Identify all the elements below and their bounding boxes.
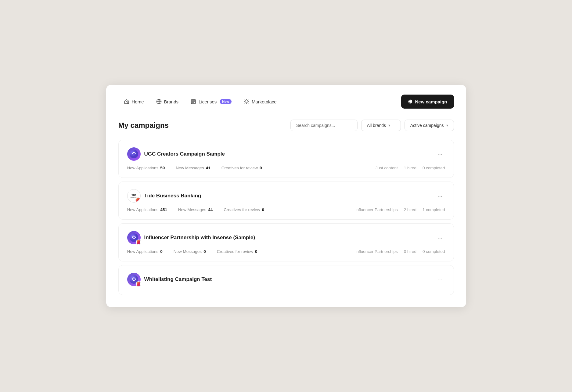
meta-completed-influencer: 0 completed (423, 249, 445, 254)
nav-licenses-label: Licenses (199, 99, 217, 104)
meta-hired-tide: 2 hired (404, 207, 416, 212)
campaign-header-ugc: UGC Creators Campaign Sample ··· (127, 147, 445, 161)
licenses-icon (191, 99, 196, 104)
brands-chevron-icon: ▾ (388, 123, 390, 128)
campaign-header-influencer: Influencer Partnership with Insense (Sam… (127, 231, 445, 244)
new-campaign-label: New campaign (415, 99, 447, 104)
page-title: My campaigns (118, 121, 169, 130)
stat-messages-ugc: New Messages 41 (176, 166, 210, 170)
stat-creatives-label-tide: Creatives for review (224, 207, 260, 212)
search-input[interactable] (290, 120, 358, 131)
home-icon (124, 99, 129, 104)
campaign-title-area-influencer: Influencer Partnership with Insense (Sam… (127, 231, 255, 244)
stat-creatives-tide: Creatives for review 0 (224, 207, 264, 212)
campaign-more-btn-whitelisting[interactable]: ··· (435, 275, 445, 284)
stat-apps-label-tide: New Applications (127, 207, 159, 212)
stat-messages-tide: New Messages 44 (178, 207, 213, 212)
stat-msg-value-tide: 44 (208, 207, 213, 212)
influencer-ig-badge (136, 239, 141, 245)
plus-icon: ⊕ (408, 98, 412, 105)
campaign-card-whitelisting: Whitelisting Campaign Test ··· (118, 265, 454, 295)
licenses-new-badge: New (220, 99, 232, 104)
meta-type-tide: Influencer Partnerships (355, 207, 398, 212)
stat-creatives-label-ugc: Creatives for review (221, 166, 258, 170)
campaign-header-whitelisting: Whitelisting Campaign Test ··· (127, 273, 445, 286)
svg-point-7 (246, 101, 247, 102)
campaign-name-influencer: Influencer Partnership with Insense (Sam… (144, 235, 255, 241)
stat-apps-value-ugc: 59 (160, 166, 165, 170)
campaign-card-ugc: UGC Creators Campaign Sample ··· New App… (118, 140, 454, 178)
stat-creatives-value-influencer: 0 (255, 249, 257, 254)
nav-marketplace[interactable]: Marketplace (238, 96, 282, 107)
nav-home-label: Home (132, 99, 144, 104)
stat-msg-label-tide: New Messages (178, 207, 206, 212)
campaign-header-tide: tide banking Tide Business Banking ··· (127, 189, 445, 203)
marketplace-icon (244, 99, 249, 104)
stat-apps-value-influencer: 0 (160, 249, 163, 254)
stat-apps-label-influencer: New Applications (127, 249, 159, 254)
nav-bar: Home Brands Licenses New Marketplace (118, 95, 454, 109)
whitelisting-ig-badge (136, 281, 141, 287)
campaign-card-influencer: Influencer Partnership with Insense (Sam… (118, 223, 454, 261)
campaign-card-tide: tide banking Tide Business Banking ··· N… (118, 182, 454, 220)
meta-type-influencer: Influencer Partnerships (355, 249, 398, 254)
nav-brands[interactable]: Brands (151, 96, 184, 107)
nav-home[interactable]: Home (118, 96, 149, 107)
campaign-meta-ugc: Just content 1 hired 0 completed (376, 166, 445, 170)
stat-creatives-value-tide: 0 (262, 207, 264, 212)
stat-new-apps-ugc: New Applications 59 (127, 166, 165, 170)
campaign-logo-influencer-wrap (127, 231, 141, 244)
stat-creatives-ugc: Creatives for review 0 (221, 166, 262, 170)
main-window: Home Brands Licenses New Marketplace (106, 85, 466, 307)
status-filter-label: Active campaigns (410, 123, 444, 128)
campaign-name-ugc: UGC Creators Campaign Sample (144, 151, 225, 157)
stat-messages-influencer: New Messages 0 (174, 249, 206, 254)
stat-apps-label-ugc: New Applications (127, 166, 159, 170)
campaign-name-whitelisting: Whitelisting Campaign Test (144, 276, 212, 282)
stat-new-apps-influencer: New Applications 0 (127, 249, 163, 254)
nav-marketplace-label: Marketplace (252, 99, 277, 104)
campaign-more-btn-tide[interactable]: ··· (435, 191, 445, 201)
meta-completed-tide: 1 completed (423, 207, 445, 212)
new-campaign-button[interactable]: ⊕ New campaign (401, 95, 454, 109)
brands-icon (156, 99, 162, 104)
campaign-title-area-whitelisting: Whitelisting Campaign Test (127, 273, 212, 286)
stat-msg-value-ugc: 41 (206, 166, 210, 170)
svg-point-9 (133, 152, 135, 153)
campaign-stats-tide: New Applications 451 New Messages 44 Cre… (127, 207, 445, 212)
stat-creatives-value-ugc: 0 (260, 166, 262, 170)
stat-creatives-influencer: Creatives for review 0 (217, 249, 257, 254)
campaign-meta-tide: Influencer Partnerships 2 hired 1 comple… (355, 207, 445, 212)
stat-msg-value-influencer: 0 (203, 249, 206, 254)
svg-point-8 (130, 150, 138, 158)
stat-new-apps-tide: New Applications 451 (127, 207, 167, 212)
campaign-more-btn-ugc[interactable]: ··· (435, 149, 445, 159)
stat-msg-label-influencer: New Messages (174, 249, 202, 254)
campaign-logo-tide: tide banking (127, 189, 141, 203)
stat-apps-value-tide: 451 (160, 207, 167, 212)
meta-type-ugc: Just content (376, 166, 398, 170)
brands-filter-dropdown[interactable]: All brands ▾ (361, 120, 401, 131)
stat-creatives-label-influencer: Creatives for review (217, 249, 253, 254)
campaigns-list: UGC Creators Campaign Sample ··· New App… (118, 140, 454, 295)
brands-filter-label: All brands (367, 123, 386, 128)
svg-point-11 (133, 236, 135, 237)
meta-completed-ugc: 0 completed (423, 166, 445, 170)
nav-left: Home Brands Licenses New Marketplace (118, 96, 282, 107)
campaign-more-btn-influencer[interactable]: ··· (435, 233, 445, 243)
status-filter-dropdown[interactable]: Active campaigns ▾ (405, 120, 454, 131)
campaigns-toolbar: My campaigns All brands ▾ Active campaig… (118, 120, 454, 131)
campaign-title-area-ugc: UGC Creators Campaign Sample (127, 147, 225, 161)
svg-point-13 (133, 277, 135, 279)
campaign-title-area-tide: tide banking Tide Business Banking (127, 189, 201, 203)
status-chevron-icon: ▾ (446, 123, 448, 128)
campaign-logo-ugc (127, 147, 141, 161)
campaign-meta-influencer: Influencer Partnerships 0 hired 0 comple… (355, 249, 445, 254)
campaign-stats-influencer: New Applications 0 New Messages 0 Creati… (127, 249, 445, 254)
campaign-logo-whitelisting-wrap (127, 273, 141, 286)
meta-hired-influencer: 0 hired (404, 249, 416, 254)
nav-licenses[interactable]: Licenses New (185, 96, 237, 107)
stat-msg-label-ugc: New Messages (176, 166, 204, 170)
meta-hired-ugc: 1 hired (404, 166, 416, 170)
tide-ig-badge (135, 197, 141, 203)
